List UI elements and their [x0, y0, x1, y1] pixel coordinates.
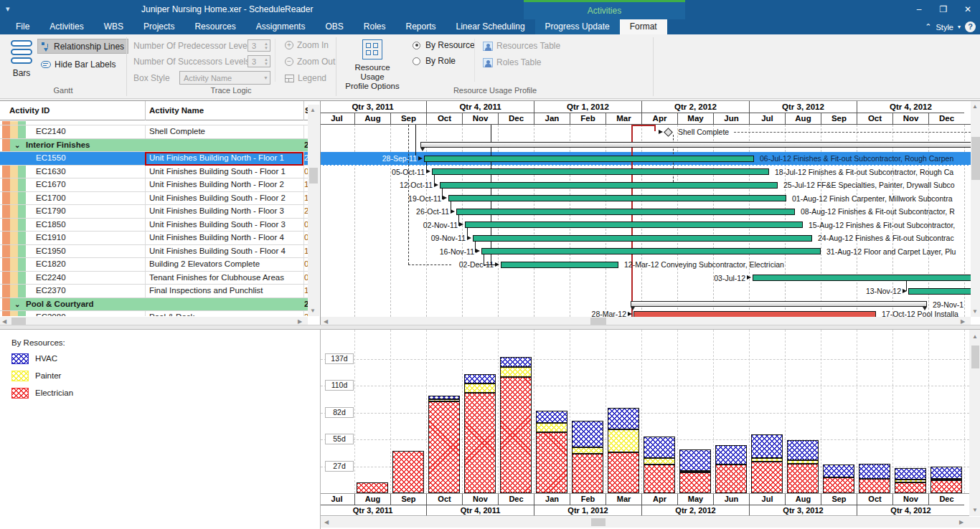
column-header-activity-name[interactable]: Activity Name — [149, 101, 204, 120]
table-row-EC1950[interactable]: EC1950Unit Finishes Building South - Flo… — [0, 245, 308, 259]
activity-bar[interactable] — [440, 182, 778, 189]
activity-id-cell[interactable]: EC2370 — [36, 285, 66, 297]
histogram-bar-painter[interactable] — [608, 429, 639, 452]
successor-levels-stepper[interactable]: 3 ▲▼ — [248, 55, 270, 67]
gantt-vscroll-thumb[interactable] — [971, 137, 980, 180]
scroll-up-icon[interactable]: ▲ — [972, 333, 978, 341]
histogram-bar-electrician[interactable] — [500, 377, 532, 493]
histogram-vertical-scrollbar[interactable]: ▲ ▼ — [969, 330, 980, 516]
menu-tab-progress-update[interactable]: Progress Update — [535, 19, 620, 34]
scroll-right-icon[interactable]: ▶ — [959, 518, 963, 527]
histogram-bar-painter[interactable] — [679, 471, 711, 473]
table-vertical-scrollbar[interactable]: ▲ ▼ — [308, 105, 319, 316]
histogram-bar-electrician[interactable] — [428, 401, 460, 493]
timescale-month[interactable]: Jun — [713, 113, 749, 125]
activity-id-cell[interactable]: EC1850 — [36, 219, 66, 232]
timescale-month[interactable]: Oct — [857, 113, 892, 125]
histogram-bar-electrician[interactable] — [930, 480, 962, 493]
histogram-bar-electrician[interactable] — [895, 482, 926, 493]
timescale-month[interactable]: Aug — [785, 113, 821, 125]
by-role-radio[interactable]: By Role — [413, 56, 456, 66]
histogram-bar-electrician[interactable] — [715, 464, 747, 493]
column-header-activity-id[interactable]: Activity ID — [9, 101, 50, 120]
summary-bar[interactable] — [631, 301, 927, 307]
menu-tab-resources[interactable]: Resources — [184, 19, 245, 34]
histogram-hscroll-thumb[interactable] — [591, 518, 606, 526]
relationship-lines-button[interactable]: Relationship Lines — [37, 39, 128, 54]
activity-bar[interactable] — [908, 288, 971, 295]
activity-bar[interactable] — [473, 235, 812, 242]
activity-id-cell[interactable]: EC1790 — [36, 205, 66, 218]
histogram-bar-electrician[interactable] — [572, 454, 603, 493]
timescale-quarter[interactable]: Qtr 4, 2011 — [426, 101, 534, 113]
column-divider[interactable] — [303, 101, 304, 120]
activity-id-cell[interactable]: EC1820 — [36, 258, 66, 271]
table-row-EC2140[interactable]: EC2140Shell Complete — [0, 125, 308, 139]
menu-tab-linear-scheduling[interactable]: Linear Scheduling — [446, 19, 535, 34]
histogram-bar-painter[interactable] — [428, 399, 460, 401]
histogram-bar-hvac[interactable] — [823, 464, 854, 477]
timescale-month[interactable]: Jan — [534, 113, 570, 125]
histogram-horizontal-scrollbar[interactable]: ◀ ▶ — [321, 517, 980, 528]
stepper-arrows-icon[interactable]: ▲▼ — [264, 57, 268, 66]
timescale-quarter[interactable]: Qtr 4, 2012 — [857, 101, 964, 113]
scroll-down-icon[interactable]: ▼ — [972, 506, 978, 515]
help-icon[interactable]: ? — [965, 22, 976, 32]
x-axis-month[interactable]: Oct — [857, 494, 892, 505]
x-axis-quarter[interactable]: Qtr 1, 2012 — [534, 505, 641, 515]
style-dropdown-icon[interactable]: ▾ — [958, 24, 961, 30]
roles-table-button[interactable]: Roles Table — [479, 56, 545, 69]
table-row-EC1790[interactable]: EC1790Unit Finishes Building North - Flo… — [0, 205, 308, 219]
x-axis-month[interactable]: Dec — [498, 494, 534, 505]
by-resource-radio[interactable]: By Resource — [413, 40, 475, 50]
milestone-diamond-icon[interactable] — [664, 128, 673, 137]
collapse-chevron-icon[interactable]: ⌄ — [14, 298, 20, 311]
activity-id-cell[interactable]: EC2240 — [36, 272, 66, 285]
x-axis-quarter[interactable]: Qtr 3, 2011 — [321, 505, 426, 515]
table-row-EC1850[interactable]: EC1850Unit Finishes Building South - Flo… — [0, 219, 308, 232]
activity-name-cell[interactable]: Unit Finishes Building South - Floor 3 — [149, 219, 286, 232]
table-row-EC1910[interactable]: EC1910Unit Finishes Building North - Flo… — [0, 232, 308, 245]
timescale-month[interactable]: Sep — [821, 113, 857, 125]
legend-button[interactable]: Legend — [281, 72, 330, 85]
histogram-bar-painter[interactable] — [930, 479, 962, 481]
predecessor-levels-stepper[interactable]: 3 ▲▼ — [248, 39, 270, 52]
histogram-bar-painter[interactable] — [895, 480, 926, 482]
table-row-EC1820[interactable]: EC1820Building 2 Elevators Complete0 — [0, 258, 308, 272]
bars-button[interactable]: Bars — [9, 39, 34, 82]
activity-bar[interactable] — [456, 209, 795, 215]
box-style-dropdown[interactable]: Activity Name ▼ — [179, 71, 270, 85]
timescale-month[interactable]: May — [677, 113, 713, 125]
timescale-month[interactable]: Mar — [606, 113, 641, 125]
table-row-EC2080[interactable]: EC2080Pool & Deck2 — [0, 311, 308, 316]
timescale-month[interactable]: Sep — [390, 113, 426, 125]
histogram-bar-painter[interactable] — [536, 423, 567, 433]
menu-tab-activities[interactable]: Activities — [39, 19, 93, 34]
timescale-month[interactable]: Aug — [354, 113, 390, 125]
minimize-button[interactable]: – — [907, 0, 931, 19]
histogram-bar-electrician[interactable] — [357, 482, 388, 493]
menu-tab-reports[interactable]: Reports — [395, 19, 446, 34]
timescale-month[interactable]: Feb — [570, 113, 606, 125]
pane-splitter[interactable] — [0, 325, 980, 330]
activity-id-cell[interactable]: EC1910 — [36, 232, 66, 244]
menu-tab-wbs[interactable]: WBS — [94, 19, 133, 34]
timescale-month[interactable]: Nov — [892, 113, 928, 125]
activity-name-cell[interactable]: Tenant Finishes for Clubhouse Areas — [149, 272, 284, 285]
histogram-bar-hvac[interactable] — [895, 468, 926, 480]
x-axis-month[interactable]: Feb — [570, 494, 606, 505]
collapse-chevron-icon[interactable]: ⌄ — [14, 139, 20, 152]
x-axis-month[interactable]: Mar — [606, 494, 641, 505]
table-row-EC2240[interactable]: EC2240Tenant Finishes for Clubhouse Area… — [0, 272, 308, 285]
resources-table-button[interactable]: Resources Table — [479, 39, 564, 52]
summary-bar[interactable] — [420, 142, 971, 148]
activity-bar[interactable] — [432, 168, 769, 175]
x-axis-month[interactable]: Apr — [641, 494, 677, 505]
x-axis-quarter[interactable]: Qtr 4, 2011 — [426, 505, 534, 515]
zoom-in-button[interactable]: + Zoom In — [281, 39, 332, 52]
activity-id-cell[interactable]: EC2140 — [36, 125, 66, 138]
histogram-bar-painter[interactable] — [787, 460, 819, 464]
x-axis-quarter[interactable]: Qtr 4, 2012 — [857, 505, 964, 515]
histogram-bar-electrician[interactable] — [464, 393, 496, 493]
histogram-bar-hvac[interactable] — [536, 411, 567, 422]
